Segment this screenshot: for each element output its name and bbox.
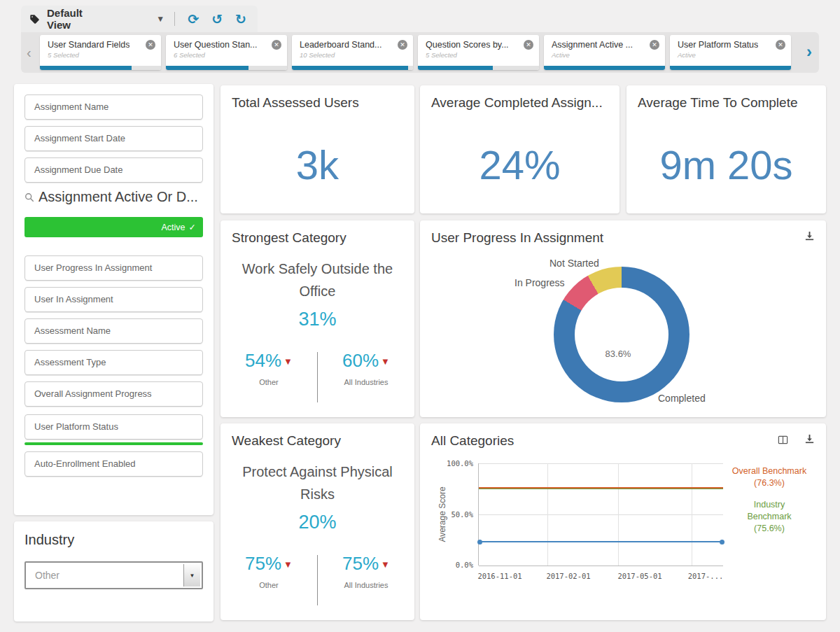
filter-field-assessment-name[interactable]: Assessment Name (24, 318, 203, 344)
comparison-other: 54%▼ Other (220, 350, 317, 402)
filter-progress-track (40, 66, 161, 70)
comparison-label: Other (220, 378, 317, 386)
filter-progress-track (670, 66, 791, 70)
x-axis-line (479, 566, 723, 566)
filter-progress-track (544, 66, 665, 70)
redo-button[interactable]: ↻ (232, 13, 249, 26)
benchmark-comparison-row: 54%▼ Other 60%▼ All Industries (220, 350, 414, 402)
kpi-card-average-completed-assignments: Average Completed Assign... 24% (420, 85, 620, 213)
download-icon[interactable] (804, 231, 815, 241)
table-view-icon[interactable] (778, 435, 788, 445)
card-title: All Categories (431, 433, 514, 449)
card-title: User Progress In Assignment (431, 230, 603, 246)
industry-title: Industry (24, 532, 74, 548)
filter-field-assignment-start-date[interactable]: Assignment Start Date (24, 126, 203, 151)
filter-chip-assignment-active[interactable]: Assignment Active ...✕ Active (544, 35, 665, 70)
filter-chip-list: User Standard Fields✕ 5 Selected User Qu… (40, 35, 791, 70)
dropdown-arrow-button[interactable]: ▼ (183, 564, 200, 587)
kpi-value: 3k (220, 141, 414, 188)
selected-filter-underline (24, 442, 203, 445)
filter-chip-leaderboard-standard[interactable]: Leaderboard Stand...✕ 10 Selected (292, 35, 413, 70)
kpi-title: Total Assessed Users (232, 95, 359, 111)
x-tick: 2017-... (673, 572, 738, 580)
filter-chip-subtitle: Active (544, 50, 665, 59)
chevron-down-icon[interactable]: ▼ (156, 14, 164, 24)
slice-label-in-progress: In Progress (514, 277, 565, 288)
gridline (479, 514, 723, 515)
filter-chip-user-question-standard[interactable]: User Question Stan...✕ 6 Selected (166, 35, 287, 70)
search-input-value[interactable]: Assignment Active Or D... (38, 189, 198, 205)
filter-progress-fill (544, 66, 665, 70)
gridline (692, 463, 692, 566)
slice-label-not-started: Not Started (550, 258, 599, 269)
category-name-line1: Work Safely Outside the (227, 261, 407, 277)
x-tick: 2017-02-01 (536, 572, 601, 580)
kpi-card-average-time-to-complete: Average Time To Complete 9m 20s (626, 85, 826, 213)
filter-progress-fill (40, 66, 132, 70)
filter-chip-subtitle: 5 Selected (418, 50, 539, 59)
download-icon[interactable] (804, 434, 815, 444)
benchmark-comparison-row: 75%▼ Other 75%▼ All Industries (220, 553, 414, 605)
donut-chart[interactable] (554, 267, 690, 402)
comparison-label: Other (220, 581, 317, 589)
filter-progress-fill (166, 66, 248, 70)
active-filter-value-bar[interactable]: Active ✓ (24, 217, 203, 237)
filter-field-auto-enrollment-enabled[interactable]: Auto-Enrollment Enabled (24, 451, 203, 477)
filter-field-user-progress-in-assignment[interactable]: User Progress In Assignment (24, 255, 203, 281)
category-name-line1: Protect Against Physical (227, 464, 407, 480)
view-selector[interactable]: Default View (47, 7, 85, 31)
filter-chip-title: User Platform Status (678, 40, 758, 50)
line-chart-plot[interactable] (478, 463, 723, 566)
refresh-button[interactable]: ⟳ (185, 13, 202, 26)
chevron-right-icon[interactable]: › (806, 42, 812, 62)
filter-progress-track (292, 66, 413, 70)
filter-field-user-platform-status[interactable]: User Platform Status (24, 414, 203, 440)
close-icon[interactable]: ✕ (272, 40, 281, 50)
filter-chip-user-platform-status[interactable]: User Platform Status✕ Active (670, 35, 791, 70)
comparison-value: 60% (342, 350, 379, 371)
filter-chip-bar: ‹ User Standard Fields✕ 5 Selected User … (21, 32, 819, 73)
category-score: 31% (220, 309, 414, 330)
average-score-line (479, 541, 723, 542)
filter-field-overall-assignment-progress[interactable]: Overall Assignment Progress (24, 381, 203, 407)
filter-field-assignment-due-date[interactable]: Assignment Due Date (24, 157, 203, 183)
filter-field-assessment-type[interactable]: Assessment Type (24, 350, 203, 375)
filter-chip-title: Question Scores by... (426, 40, 509, 50)
close-icon[interactable]: ✕ (146, 40, 155, 50)
down-triangle-icon: ▼ (284, 356, 293, 367)
y-tick-50: 50.0% (423, 510, 473, 519)
filter-progress-track (418, 66, 539, 70)
filter-search[interactable]: Assignment Active Or D... (24, 189, 198, 205)
toolbar-divider (174, 12, 175, 26)
check-icon: ✓ (189, 222, 196, 232)
filter-chip-title: User Standard Fields (48, 40, 130, 50)
filter-chip-subtitle: 6 Selected (166, 50, 287, 59)
close-icon[interactable]: ✕ (650, 40, 659, 50)
filter-chip-subtitle: Active (670, 50, 791, 59)
undo-button[interactable]: ↺ (209, 13, 225, 26)
filter-field-user-in-assignment[interactable]: User In Assignment (24, 287, 203, 312)
filter-chip-question-scores[interactable]: Question Scores by...✕ 5 Selected (418, 35, 539, 70)
filter-chip-title: User Question Stan... (174, 40, 258, 50)
chevron-left-icon[interactable]: ‹ (27, 45, 31, 61)
tag-icon (29, 14, 40, 24)
gridline (547, 463, 548, 566)
filter-chip-user-standard-fields[interactable]: User Standard Fields✕ 5 Selected (40, 35, 161, 70)
comparison-label: All Industries (318, 378, 414, 386)
comparison-value: 54% (245, 350, 281, 371)
donut-hole (575, 288, 668, 381)
industry-select[interactable]: Other ▼ (24, 561, 203, 589)
kpi-title: Average Time To Complete (638, 95, 797, 111)
active-filter-label: Active (161, 223, 185, 232)
close-icon[interactable]: ✕ (524, 40, 533, 50)
kpi-value: 9m 20s (626, 141, 826, 188)
card-title: Weakest Category (232, 433, 341, 449)
card-title: Strongest Category (232, 230, 346, 246)
strongest-category-card: Strongest Category Work Safely Outside t… (220, 220, 414, 417)
kpi-card-total-assessed-users: Total Assessed Users 3k (220, 85, 414, 213)
close-icon[interactable]: ✕ (398, 40, 407, 50)
filter-field-assignment-name[interactable]: Assignment Name (24, 94, 203, 120)
x-tick: 2016-11-01 (468, 572, 532, 580)
filter-chip-subtitle: 10 Selected (292, 50, 413, 59)
close-icon[interactable]: ✕ (776, 40, 785, 50)
